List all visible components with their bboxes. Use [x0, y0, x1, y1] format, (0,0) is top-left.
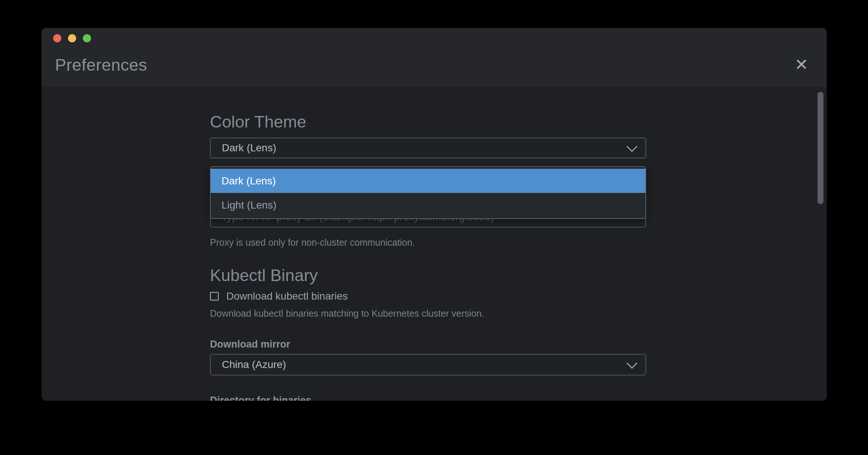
titlebar: Preferences ✕	[42, 28, 827, 87]
theme-option-light[interactable]: Light (Lens)	[211, 193, 645, 217]
close-button[interactable]: ✕	[792, 55, 811, 74]
proxy-hint: Proxy is used only for non-cluster commu…	[210, 237, 415, 248]
page-title: Preferences	[55, 55, 147, 75]
theme-option-dark-label: Dark (Lens)	[221, 175, 276, 187]
close-icon: ✕	[795, 55, 809, 74]
traffic-light-zoom-icon[interactable]	[83, 34, 91, 42]
theme-option-light-label: Light (Lens)	[221, 199, 276, 211]
color-theme-heading: Color Theme	[210, 112, 306, 132]
download-kubectl-label: Download kubectl binaries	[226, 290, 348, 302]
theme-select-value: Dark (Lens)	[222, 142, 626, 154]
scrollbar-thumb[interactable]	[817, 92, 823, 204]
preferences-content: Color Theme Dark (Lens) Dark (Lens) Ligh…	[42, 87, 827, 401]
checkbox-unchecked-icon	[210, 292, 219, 301]
directory-for-binaries-label: Directory for binaries	[210, 394, 311, 401]
download-kubectl-checkbox[interactable]: Download kubectl binaries	[210, 290, 348, 302]
theme-option-dark[interactable]: Dark (Lens)	[211, 169, 645, 193]
chevron-down-icon	[626, 358, 638, 369]
download-mirror-label: Download mirror	[210, 338, 290, 350]
chevron-down-icon	[626, 141, 638, 152]
theme-select[interactable]: Dark (Lens)	[210, 138, 646, 158]
settings-column: Color Theme Dark (Lens) Dark (Lens) Ligh…	[210, 87, 646, 401]
kubectl-hint: Download kubectl binaries matching to Ku…	[210, 308, 484, 319]
mirror-select-value: China (Azure)	[222, 359, 626, 371]
kubectl-heading: Kubectl Binary	[210, 265, 318, 285]
traffic-light-minimize-icon[interactable]	[68, 34, 76, 42]
preferences-window: Preferences ✕ Color Theme Dark (Lens) Da…	[42, 28, 827, 401]
download-mirror-select[interactable]: China (Azure)	[210, 354, 646, 375]
theme-dropdown-menu: Dark (Lens) Light (Lens)	[210, 166, 646, 219]
traffic-light-close-icon[interactable]	[53, 34, 61, 42]
